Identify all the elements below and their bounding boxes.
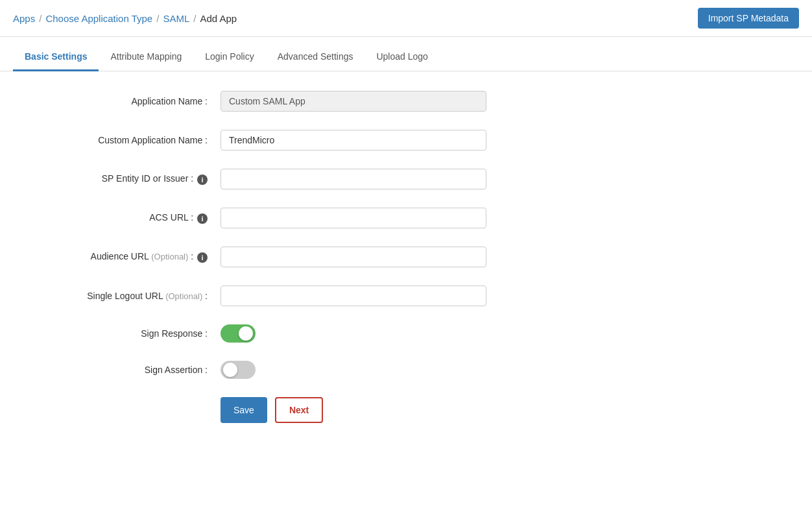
custom-app-name-input[interactable]: [221, 130, 486, 151]
acs-url-info-icon[interactable]: i: [197, 213, 208, 224]
acs-url-input[interactable]: [221, 208, 486, 228]
sign-response-toggle-wrapper: [221, 324, 256, 343]
sp-entity-id-label: SP Entity ID or Issuer : i: [26, 173, 221, 184]
sign-assertion-row: Sign Assertion :: [26, 361, 786, 379]
application-name-row: Application Name :: [26, 91, 786, 112]
tab-advanced-settings[interactable]: Advanced Settings: [266, 43, 365, 71]
breadcrumb-sep-2: /: [156, 13, 159, 24]
sign-response-label: Sign Response :: [26, 328, 221, 339]
sp-entity-id-row: SP Entity ID or Issuer : i: [26, 169, 786, 189]
sign-response-slider: [221, 324, 256, 343]
breadcrumb: Apps / Choose Application Type / SAML / …: [13, 13, 237, 24]
breadcrumb-saml[interactable]: SAML: [163, 13, 189, 24]
sign-response-row: Sign Response :: [26, 324, 786, 343]
form-content: Application Name : Custom Application Na…: [0, 71, 812, 442]
application-name-input: [221, 91, 486, 112]
acs-url-row: ACS URL : i: [26, 208, 786, 228]
tab-attribute-mapping[interactable]: Attribute Mapping: [99, 43, 193, 71]
tab-basic-settings[interactable]: Basic Settings: [13, 43, 99, 71]
sp-entity-id-input[interactable]: [221, 169, 486, 189]
sign-assertion-slider: [221, 361, 256, 379]
sign-assertion-toggle-wrapper: [221, 361, 256, 379]
audience-url-input[interactable]: [221, 247, 486, 267]
audience-url-label: Audience URL (Optional) : i: [26, 251, 221, 262]
audience-url-row: Audience URL (Optional) : i: [26, 247, 786, 267]
breadcrumb-sep-3: /: [193, 13, 196, 24]
audience-url-info-icon[interactable]: i: [197, 252, 208, 263]
single-logout-url-row: Single Logout URL (Optional) :: [26, 285, 786, 306]
sign-assertion-label: Sign Assertion :: [26, 365, 221, 375]
breadcrumb-add-app: Add App: [200, 13, 237, 24]
sign-assertion-toggle[interactable]: [221, 361, 256, 379]
breadcrumb-sep-1: /: [39, 13, 42, 24]
custom-app-name-row: Custom Application Name :: [26, 130, 786, 151]
acs-url-label: ACS URL : i: [26, 212, 221, 223]
import-sp-metadata-button[interactable]: Import SP Metadata: [698, 8, 799, 29]
breadcrumb-choose-app-type[interactable]: Choose Application Type: [45, 13, 152, 24]
single-logout-url-label: Single Logout URL (Optional) :: [26, 291, 221, 301]
tab-login-policy[interactable]: Login Policy: [193, 43, 266, 71]
header: Apps / Choose Application Type / SAML / …: [0, 0, 812, 37]
tab-upload-logo[interactable]: Upload Logo: [364, 43, 439, 71]
single-logout-url-input[interactable]: [221, 285, 486, 306]
next-button[interactable]: Next: [275, 397, 323, 423]
button-row: Save Next: [26, 397, 786, 423]
application-name-label: Application Name :: [26, 96, 221, 106]
sign-response-toggle[interactable]: [221, 324, 256, 343]
tab-bar: Basic Settings Attribute Mapping Login P…: [0, 43, 812, 71]
save-button[interactable]: Save: [221, 397, 267, 423]
custom-app-name-label: Custom Application Name :: [26, 135, 221, 145]
breadcrumb-apps[interactable]: Apps: [13, 13, 35, 24]
sp-entity-id-info-icon[interactable]: i: [197, 175, 208, 185]
